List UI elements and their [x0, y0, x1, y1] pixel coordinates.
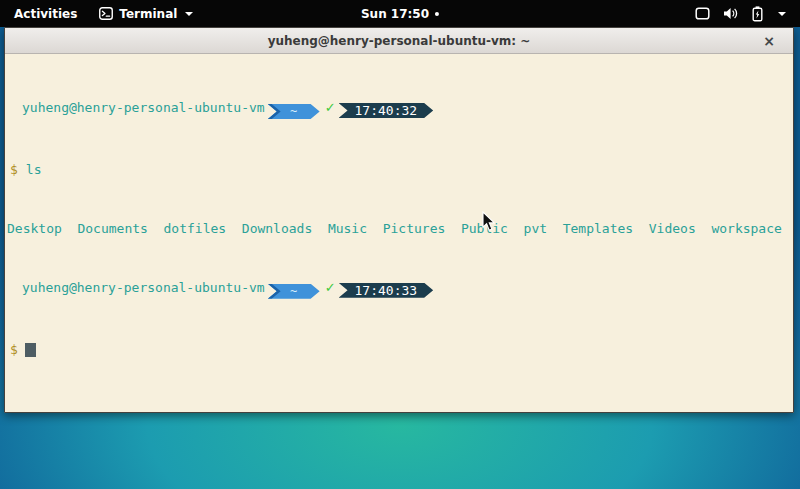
- clock-label: Sun 17:50: [361, 7, 429, 21]
- input-line[interactable]: $: [5, 343, 793, 358]
- powerline-time-segment: 17:40:33: [339, 283, 434, 298]
- terminal-window: yuheng@henry-personal-ubuntu-vm: ~ × yuh…: [4, 27, 794, 413]
- prompt-line: yuheng@henry-personal-ubuntu-vm~✓17:40:3…: [5, 101, 793, 119]
- window-titlebar[interactable]: yuheng@henry-personal-ubuntu-vm: ~ ×: [5, 28, 793, 54]
- screen-icon: [695, 7, 710, 20]
- top-bar: Activities Terminal Sun 17:50: [0, 0, 800, 27]
- app-menu-terminal[interactable]: Terminal: [91, 0, 201, 27]
- powerline-time-segment: 17:40:32: [339, 103, 434, 118]
- app-menu-label: Terminal: [119, 7, 177, 21]
- status-check-icon: ✓: [325, 280, 336, 295]
- ls-output: Desktop Documents dotfiles Downloads Mus…: [5, 222, 793, 237]
- powerline-path-segment: ~: [268, 284, 320, 299]
- prompt-symbol: $: [10, 342, 18, 357]
- command-line: $ls: [5, 163, 793, 178]
- powerline-path-segment: ~: [268, 104, 320, 119]
- activities-label: Activities: [14, 7, 77, 21]
- mouse-pointer-icon: [482, 211, 496, 236]
- terminal-content[interactable]: yuheng@henry-personal-ubuntu-vm~✓17:40:3…: [5, 54, 793, 412]
- prompt-symbol: $: [10, 162, 18, 177]
- terminal-icon: [99, 7, 113, 20]
- clock-button[interactable]: Sun 17:50: [361, 0, 439, 27]
- system-tray[interactable]: [687, 0, 794, 27]
- volume-icon: [723, 7, 739, 20]
- status-check-icon: ✓: [325, 100, 336, 115]
- activities-button[interactable]: Activities: [0, 0, 91, 27]
- battery-charging-icon: [752, 6, 763, 22]
- notification-dot-icon: [435, 12, 439, 16]
- prompt-user: yuheng@henry-personal-ubuntu-vm: [22, 100, 265, 115]
- chevron-down-icon: [778, 12, 786, 16]
- prompt-line: yuheng@henry-personal-ubuntu-vm~✓17:40:3…: [5, 281, 793, 299]
- prompt-user: yuheng@henry-personal-ubuntu-vm: [22, 280, 265, 295]
- terminal-cursor: [25, 343, 36, 357]
- typed-command: ls: [26, 162, 42, 177]
- chevron-down-icon: [185, 12, 193, 16]
- close-button[interactable]: ×: [759, 28, 779, 54]
- window-title: yuheng@henry-personal-ubuntu-vm: ~: [268, 34, 531, 48]
